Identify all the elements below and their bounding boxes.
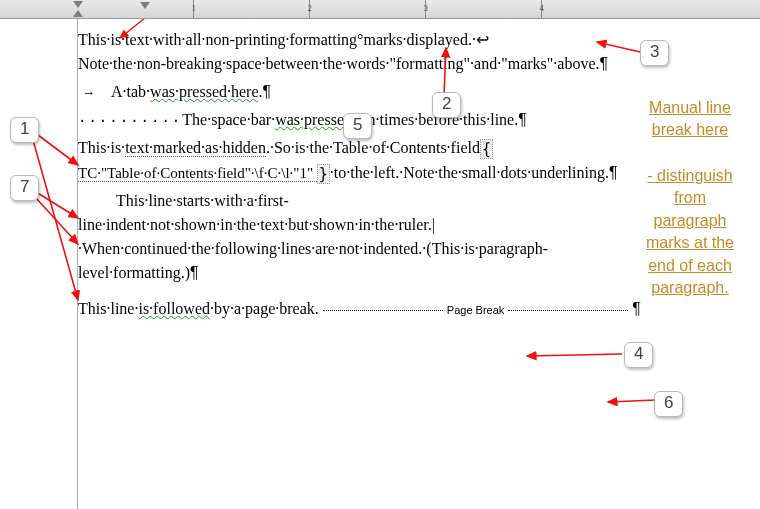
svg-line-0: [34, 132, 78, 165]
pilcrow-mark: ¶: [263, 83, 272, 100]
annot-line: break here: [652, 121, 729, 138]
text-grammar-wavy: is·followed: [138, 300, 210, 317]
ruler[interactable]: 1 2 3 4: [0, 0, 760, 19]
pilcrow-mark: ¶: [632, 300, 641, 317]
hidden-text-run: text·marked·as·hidden: [125, 139, 266, 157]
text-grammar-wavy: was·pressed: [275, 111, 352, 128]
pilcrow-mark: ¶: [190, 264, 199, 281]
page-break-leader: [508, 310, 628, 311]
annot-line: from: [674, 189, 706, 206]
text: Note·the·non-breaking·space·between·the·…: [78, 55, 600, 72]
callout-7: 7: [10, 175, 39, 201]
page-break-label: Page Break: [447, 304, 504, 316]
svg-line-6: [527, 354, 622, 356]
first-line-indent-marker-active[interactable]: [140, 2, 150, 9]
svg-line-1: [33, 140, 78, 300]
text: The·space·bar·: [182, 111, 275, 128]
text: ·to·the·left.·Note·the·small·dots·underl…: [330, 164, 609, 181]
ruler-ticks: 1 2 3 4: [78, 0, 760, 18]
paragraph-hidden: This·is·text·marked·as·hidden.·So·is·the…: [78, 136, 628, 185]
text: marks·displayed.·: [363, 31, 475, 48]
field-code: TC·"Table·of·Contents·field"·\f·C·\l·"1": [78, 165, 317, 182]
paragraph-indent: This·line·starts·with·a·first-line·inden…: [78, 189, 628, 285]
annot-line: marks at the: [646, 234, 734, 251]
paragraph-1: This·is·text·with·all·non-printing·forma…: [78, 28, 628, 76]
annot-line: paragraph: [654, 212, 727, 229]
manual-line-break-mark: ↩: [476, 31, 489, 48]
svg-line-2: [36, 192, 78, 218]
text: A·tab·: [111, 83, 150, 100]
pilcrow-mark: ¶: [518, 111, 527, 128]
callout-1: 1: [10, 117, 39, 143]
callout-2: 2: [432, 92, 461, 118]
annot-line: paragraph.: [651, 279, 728, 296]
callout-4: 4: [624, 342, 653, 368]
svg-line-7: [608, 400, 655, 402]
first-line-indent-marker[interactable]: [73, 1, 83, 8]
pilcrow-mark: ¶: [609, 164, 618, 181]
leading-space-dots: ··········: [78, 113, 182, 129]
tab-mark: [78, 83, 111, 100]
callout-3: 3: [640, 40, 669, 66]
annotation-manual-line-break: Manual line break here: [630, 97, 750, 142]
page-break-leader: [323, 310, 443, 311]
text: This·line·starts·with·a·first-line·inden…: [78, 192, 548, 281]
annot-line: end of each: [648, 257, 732, 274]
paragraph-tab: A·tab·was·pressed·here.¶: [78, 80, 628, 104]
field-brace-open: {: [480, 139, 493, 159]
hanging-indent-marker[interactable]: [73, 10, 83, 17]
document-body[interactable]: This·is·text·with·all·non-printing·forma…: [78, 28, 628, 325]
svg-line-3: [36, 198, 78, 244]
annot-line: - distinguish: [647, 167, 732, 184]
annotation-distinguish: - distinguish from paragraph marks at th…: [625, 165, 755, 299]
callout-5: 5: [343, 113, 372, 139]
text-grammar-wavy: was·pressed·here: [150, 83, 258, 100]
annot-line: Manual line: [649, 99, 731, 116]
ruler-num: 4: [540, 3, 545, 13]
text: This·is·text·with·all·non-printing·forma…: [78, 31, 357, 48]
text: This·line·: [78, 300, 138, 317]
pilcrow-mark: ¶: [600, 55, 609, 72]
text: ·by·a·page·break.: [210, 300, 319, 317]
text: .·So·is·the·Table·of·Contents·field: [266, 139, 480, 156]
text: This·is·: [78, 139, 125, 156]
callout-6: 6: [654, 391, 683, 417]
paragraph-page-break: This·line·is·followed·by·a·page·break.Pa…: [78, 297, 628, 321]
field-brace-close: }: [317, 164, 330, 184]
